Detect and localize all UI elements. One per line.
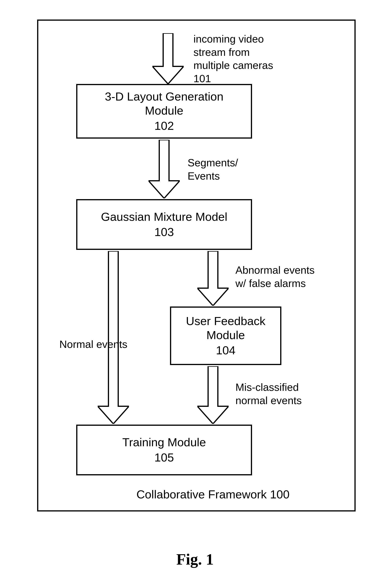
box-103-number: 103 [154,225,174,239]
figure-caption: Fig. 1 [0,550,390,568]
arrow-102-to-103 [148,140,180,198]
box-user-feedback-module: User Feedback Module 104 [170,306,281,365]
box-102-title: 3-D Layout Generation Module [105,90,223,118]
edge-normal-events-label: Normal events [49,338,127,351]
box-training-module: Training Module 105 [76,425,252,475]
box-gaussian-mixture-model: Gaussian Mixture Model 103 [76,199,252,250]
box-105-number: 105 [154,451,174,465]
arrow-103-to-104 [197,251,229,306]
arrow-103-to-105-left [98,251,129,424]
framework-caption: Collaborative Framework 100 [125,488,301,501]
edge-abnormal-events-label: Abnormal events w/ false alarms [236,263,337,290]
box-103-title: Gaussian Mixture Model [101,210,227,224]
box-3d-layout-generation: 3-D Layout Generation Module 102 [76,84,252,139]
box-102-number: 102 [154,119,174,133]
input-label: incoming video stream from multiple came… [194,32,303,85]
arrow-input-to-102 [152,33,184,84]
box-104-title: User Feedback Module [186,314,266,342]
box-105-title: Training Module [122,435,206,449]
page: incoming video stream from multiple came… [0,0,390,588]
arrow-104-to-105 [197,366,229,424]
edge-102-103-label: Segments/ Events [188,156,258,182]
box-104-number: 104 [216,343,236,357]
edge-misclassified-label: Mis-classified normal events [236,381,323,407]
